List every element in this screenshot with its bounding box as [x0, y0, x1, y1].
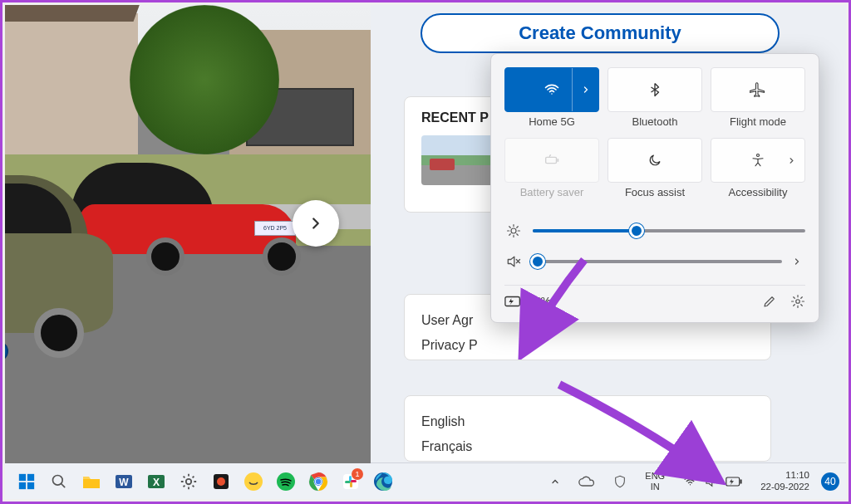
battery-status[interactable]: 95%	[504, 295, 551, 308]
svg-point-16	[186, 478, 191, 483]
clock-button[interactable]: 11:10 22-09-2022	[754, 467, 816, 497]
language-links-card: English Français	[404, 395, 771, 462]
onedrive-tray-icon[interactable]	[572, 472, 602, 491]
spotify-button[interactable]	[271, 467, 301, 497]
bluetooth-tile[interactable]	[608, 67, 702, 112]
chrome-button[interactable]	[303, 467, 333, 497]
post-thumbnail[interactable]	[421, 135, 496, 185]
search-icon	[51, 473, 67, 490]
accessibility-icon	[750, 153, 765, 168]
svg-rect-10	[27, 482, 34, 488]
folder-icon	[81, 473, 101, 490]
bluetooth-label: Bluetooth	[608, 115, 702, 128]
circle-icon	[243, 472, 263, 492]
svg-text:W: W	[119, 477, 129, 488]
excel-button[interactable]: X	[141, 467, 171, 497]
svg-rect-8	[27, 473, 34, 480]
shield-icon	[613, 474, 627, 489]
chevron-right-icon	[792, 257, 802, 267]
edit-quick-settings-button[interactable]	[762, 294, 777, 309]
svg-text:X: X	[153, 477, 160, 488]
security-tray-icon[interactable]	[607, 471, 633, 492]
edge-icon	[373, 472, 393, 492]
chevron-right-icon	[307, 214, 325, 232]
word-icon: W	[114, 472, 134, 492]
word-button[interactable]: W	[109, 467, 139, 497]
wifi-label: Home 5G	[504, 115, 599, 128]
square-icon	[211, 472, 231, 492]
edge-button[interactable]	[368, 467, 398, 497]
focus-assist-label: Focus assist	[608, 186, 702, 198]
accessibility-tile[interactable]	[711, 138, 805, 183]
focus-assist-tile[interactable]	[608, 138, 702, 183]
battery-charging-icon	[726, 476, 742, 487]
volume-output-button[interactable]	[792, 257, 805, 267]
windows-icon	[17, 472, 36, 491]
lang-line1: ENG	[645, 471, 665, 481]
accessibility-expand-button[interactable]	[778, 139, 804, 182]
battery-charging-icon	[504, 295, 523, 308]
svg-point-2	[757, 154, 760, 157]
flight-label: Flight mode	[711, 115, 805, 128]
system-tray-button[interactable]	[676, 471, 749, 492]
svg-rect-9	[19, 482, 26, 488]
carousel-next-button[interactable]	[293, 200, 339, 247]
battery-saver-label: Battery saver	[504, 186, 599, 198]
lang-english-link[interactable]: English	[421, 409, 754, 434]
app-dark-button[interactable]	[206, 467, 236, 497]
brightness-slider-row	[504, 223, 805, 238]
file-explorer-button[interactable]	[76, 467, 106, 497]
wifi-expand-button[interactable]	[572, 68, 598, 111]
clock-date: 22-09-2022	[760, 482, 809, 493]
svg-rect-1	[557, 159, 558, 162]
lang-francais-link[interactable]: Français	[421, 434, 754, 459]
excel-icon: X	[146, 472, 166, 492]
chevron-right-icon	[581, 85, 591, 95]
slack-button[interactable]: 1	[336, 467, 366, 497]
quick-settings-panel: Home 5G Bluetooth Flight mode	[490, 53, 819, 323]
svg-point-25	[316, 478, 321, 483]
svg-rect-29	[350, 482, 352, 487]
chevron-right-icon	[787, 156, 796, 165]
svg-rect-28	[345, 481, 351, 483]
settings-button[interactable]	[174, 467, 204, 497]
page-content: Create Community RECENT P User Agr Priva…	[371, 5, 846, 463]
search-button[interactable]	[44, 467, 74, 497]
volume-muted-icon[interactable]	[504, 253, 523, 270]
language-button[interactable]: ENG IN	[638, 467, 671, 494]
app-yellow-button[interactable]	[239, 467, 268, 497]
create-community-button[interactable]: Create Community	[421, 13, 780, 53]
svg-rect-30	[351, 480, 357, 482]
brightness-slider[interactable]	[533, 229, 805, 232]
all-settings-button[interactable]	[790, 294, 805, 309]
lang-line2: IN	[645, 482, 665, 492]
tray-overflow-button[interactable]	[544, 473, 567, 490]
cloud-icon	[578, 476, 595, 487]
gear-icon	[180, 472, 198, 491]
wifi-tile[interactable]	[504, 67, 599, 112]
notification-count-badge[interactable]: 40	[821, 472, 839, 491]
svg-rect-7	[19, 473, 26, 480]
svg-point-3	[511, 228, 516, 233]
start-button[interactable]	[12, 467, 42, 497]
chevron-up-icon	[550, 477, 560, 487]
pencil-icon	[762, 294, 777, 309]
svg-rect-5	[520, 299, 522, 304]
svg-rect-33	[740, 479, 742, 483]
moon-icon	[647, 153, 662, 168]
privacy-policy-link[interactable]: Privacy P	[421, 333, 754, 358]
wifi-icon	[544, 81, 560, 98]
battery-saver-icon	[543, 151, 561, 169]
volume-muted-icon	[704, 474, 719, 489]
accessibility-label: Accessibility	[711, 186, 805, 198]
volume-slider-row	[504, 253, 805, 270]
brightness-icon	[504, 223, 523, 238]
svg-rect-0	[546, 157, 557, 163]
gear-icon	[790, 294, 805, 309]
volume-slider[interactable]	[533, 260, 782, 263]
photo-carousel: 6YD 2P5	[5, 5, 371, 463]
flight-mode-tile[interactable]	[711, 67, 805, 112]
bluetooth-icon	[647, 82, 662, 97]
chrome-icon	[308, 472, 328, 492]
battery-percent: 95%	[528, 295, 551, 308]
